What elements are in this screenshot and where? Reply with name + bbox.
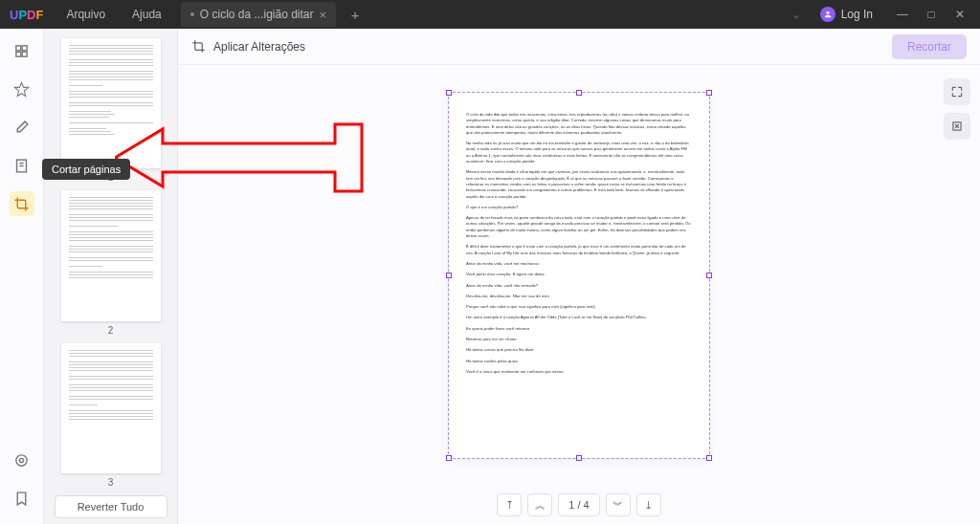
login-label: Log In xyxy=(841,8,873,21)
login-button[interactable]: Log In xyxy=(813,7,880,22)
tool-rail xyxy=(0,29,44,524)
rail-organize-icon[interactable] xyxy=(10,153,34,178)
page-thumbnail-3[interactable] xyxy=(61,343,161,473)
crop-handle-l[interactable] xyxy=(446,273,452,278)
crop-toolbar: Aplicar Alterações Recortar xyxy=(178,29,980,65)
titlebar: UPDF Arquivo Ajuda O ciclo da ...igião d… xyxy=(0,0,980,29)
doc-text: Há tantas coisas que preciso lhe dizer xyxy=(466,347,692,353)
thumb-number: 2 xyxy=(44,325,177,336)
page-navigator: ⤒ ︽ 1 / 4 ︾ ⤓ xyxy=(178,486,980,524)
new-tab-button[interactable]: + xyxy=(344,3,367,26)
chevron-down-icon[interactable]: ⌵ xyxy=(788,10,805,20)
svg-rect-4 xyxy=(22,52,27,56)
rail-bookmark-icon[interactable] xyxy=(10,486,34,511)
canvas: O ciclo da vida dita que todos nós nasce… xyxy=(178,65,980,486)
avatar-icon xyxy=(820,7,835,22)
expand-icon[interactable] xyxy=(944,78,970,105)
rail-edit-icon[interactable] xyxy=(10,115,34,140)
doc-text: Há tantas razões pelas quais xyxy=(466,359,692,364)
svg-rect-3 xyxy=(16,52,21,56)
doc-text: O ciclo da vida dita que todos nós nasce… xyxy=(466,112,692,136)
doc-text: É difícil dizer exatamente o que é estar… xyxy=(466,244,692,256)
last-page-button[interactable]: ⤓ xyxy=(636,493,661,516)
doc-text: Você partiu meu coração. E agora me deix… xyxy=(466,272,692,277)
svg-point-0 xyxy=(826,11,829,14)
crop-icon xyxy=(191,39,206,54)
rail-thumbnail-icon[interactable] xyxy=(10,38,34,63)
svg-rect-2 xyxy=(22,45,27,50)
doc-text: Amor da minha vida, você me machucou xyxy=(466,261,692,267)
rail-highlight-icon[interactable] xyxy=(10,76,34,101)
apply-crop-button[interactable]: Recortar xyxy=(892,34,967,59)
menu-help[interactable]: Ajuda xyxy=(119,0,175,29)
revert-all-button[interactable]: Reverter Tudo xyxy=(55,495,167,518)
maximize-button[interactable]: □ xyxy=(917,0,946,29)
doc-text: Amor da minha vida, você não entende? xyxy=(466,283,692,289)
thumbnail-panel: 1 2 3 Reverter Tudo xyxy=(44,29,178,524)
close-button[interactable]: ✕ xyxy=(946,0,974,29)
document-page[interactable]: O ciclo da vida dita que todos nós nasce… xyxy=(449,93,709,458)
main-menu: Arquivo Ajuda xyxy=(53,0,174,29)
close-icon[interactable]: × xyxy=(320,8,327,22)
svg-point-9 xyxy=(19,458,23,462)
crop-handle-r[interactable] xyxy=(706,273,712,278)
page-thumbnail-2[interactable] xyxy=(61,190,161,320)
tab-title: O ciclo da ...igião ditar xyxy=(200,8,314,21)
doc-text: Você é a única que realmente me conheceu… xyxy=(466,369,692,375)
svg-point-8 xyxy=(16,454,27,465)
crop-handle-br[interactable] xyxy=(706,455,712,461)
doc-text: Devolva-me, devolva-me. Não tire isso de… xyxy=(466,294,692,299)
fit-icon[interactable] xyxy=(944,113,970,140)
canvas-side-tools xyxy=(944,78,970,140)
doc-text: Na minha vida eu já ouvi muito que um di… xyxy=(466,141,692,164)
app-logo: UPDF xyxy=(0,8,53,22)
svg-rect-1 xyxy=(16,45,21,50)
content-area: Aplicar Alterações Recortar O ciclo da v… xyxy=(178,29,980,524)
doc-text: Eu queria poder fazer você retornar xyxy=(466,326,692,332)
doc-text: O que é um coração partido? xyxy=(466,205,692,210)
doc-text: Retornar para me ver chorar xyxy=(466,337,692,342)
crop-handle-tl[interactable] xyxy=(446,90,452,96)
tab-modified-dot xyxy=(190,12,194,16)
toolbar-title: Aplicar Alterações xyxy=(191,39,305,54)
first-page-button[interactable]: ⤒ xyxy=(497,493,522,516)
minimize-button[interactable]: — xyxy=(888,0,917,29)
crop-handle-tr[interactable] xyxy=(706,90,712,96)
menu-file[interactable]: Arquivo xyxy=(53,0,119,29)
rail-settings-icon[interactable] xyxy=(10,448,34,472)
prev-page-button[interactable]: ︽ xyxy=(527,493,552,516)
next-page-button[interactable]: ︾ xyxy=(606,493,631,516)
crop-tooltip: Cortar páginas xyxy=(42,159,130,180)
thumb-number: 3 xyxy=(44,477,177,488)
crop-handle-bl[interactable] xyxy=(446,455,452,461)
rail-crop-icon[interactable] xyxy=(10,191,34,216)
doc-text: Um outro exemplo é a canção Against All … xyxy=(466,315,692,320)
document-tab[interactable]: O ciclo da ...igião ditar × xyxy=(181,2,336,27)
page-thumbnail-1[interactable] xyxy=(61,38,161,168)
doc-text: Apesar de ter focado mais na parte român… xyxy=(466,215,692,239)
crop-handle-t[interactable] xyxy=(576,90,582,96)
crop-handle-b[interactable] xyxy=(576,455,582,461)
page-indicator[interactable]: 1 / 4 xyxy=(558,493,599,516)
doc-text: Mesmo nesse mundo doido e ultrarrápido e… xyxy=(466,169,692,199)
doc-text: Porque você não sabe o que isso signific… xyxy=(466,304,692,310)
